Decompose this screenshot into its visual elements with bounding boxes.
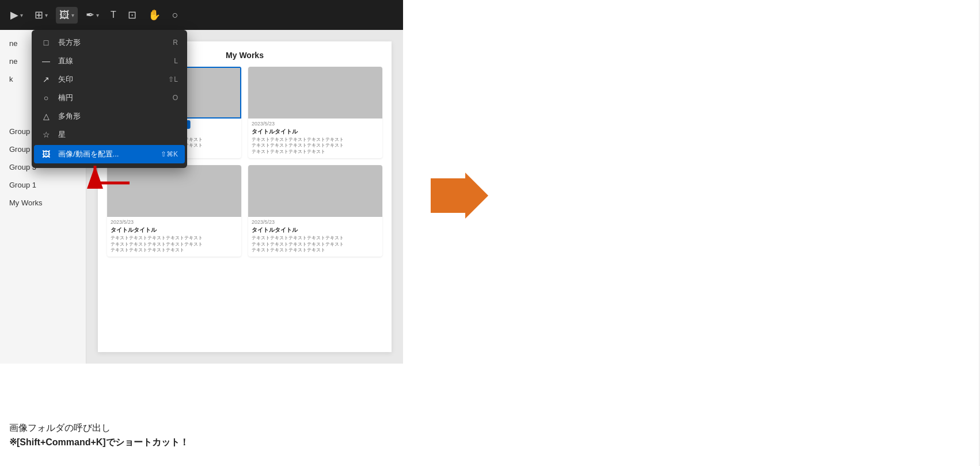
card-text-2: テキストテキストテキストテキストテキストテキストテキストテキストテキストテキスト… [252,137,379,155]
card-image-4[interactable] [248,165,382,217]
star-icon: ☆ [41,130,51,139]
menu-item-arrow[interactable]: ↗ 矢印 ⇧L [32,70,187,89]
menu-item-star[interactable]: ☆ 星 [32,125,187,144]
card-image-2[interactable] [248,67,382,119]
rect-icon: □ [41,38,51,47]
frame-tool-btn[interactable]: ⊞▾ [31,6,51,24]
menu-label-star: 星 [58,129,171,140]
image-tool-btn[interactable]: 🖼▾ [56,7,78,24]
menu-shortcut-ellipse: O [173,94,178,102]
red-arrow [83,154,141,191]
select-tool-btn[interactable]: ▶▾ [7,6,26,24]
card-content-3: 2023/5/23 タイトルタイトル テキストテキストテキストテキストテキストテ… [107,217,241,257]
menu-label-polygon: 多角形 [58,111,171,121]
sidebar-item-myworks[interactable]: My Works [0,194,86,212]
arrow-icon: ↗ [41,75,51,84]
left-side: ▶▾ ⊞▾ 🖼▾ ✒▾ T ⊡ ✋ ○ Des [0,0,489,466]
menu-shortcut-arrow: ⇧L [168,75,178,83]
card-content-4: 2023/5/23 タイトルタイトル テキストテキストテキストテキストテキストテ… [248,217,382,257]
menu-label-rect: 長方形 [58,37,166,48]
card-title-2: タイトルタイトル [252,128,379,136]
menu-shortcut-place-image: ⇧⌘K [161,150,178,158]
ellipse-icon: ○ [41,93,51,102]
card-title-3: タイトルタイトル [111,226,238,234]
polygon-icon: △ [41,112,51,121]
menu-shortcut-rect: R [173,39,178,47]
bottom-text-line1-left: 画像フォルダの呼び出し [9,422,394,434]
svg-marker-1 [431,173,488,219]
card-date-2: 2023/5/23 [252,121,379,127]
card-date-4: 2023/5/23 [252,219,379,225]
sidebar-item-group1[interactable]: Group 1 [0,176,86,194]
card-text-3: テキストテキストテキストテキストテキストテキストテキストテキストテキストテキスト… [111,235,238,253]
menu-label-ellipse: 楠円 [58,93,166,103]
bottom-text-line2-left: ※[Shift+Command+K]でショートカット！ [9,437,394,449]
menu-item-rect[interactable]: □ 長方形 R [32,33,187,52]
pen-tool-btn[interactable]: ✒▾ [82,6,102,24]
orange-arrow-container [431,173,488,221]
line-icon: — [41,56,51,66]
menu-item-line[interactable]: — 直線 L [32,52,187,70]
component-tool-btn[interactable]: ⊡ [124,6,140,24]
card-content-2: 2023/5/23 タイトルタイトル テキストテキストテキストテキストテキストテ… [248,119,382,158]
text-tool-btn[interactable]: T [107,7,120,22]
comment-tool-btn[interactable]: ○ [169,7,182,24]
card-left-2[interactable]: 2023/5/23 タイトルタイトル テキストテキストテキストテキストテキストテ… [248,67,382,158]
card-left-4[interactable]: 2023/5/23 タイトルタイトル テキストテキストテキストテキストテキストテ… [248,165,382,257]
toolbar: ▶▾ ⊞▾ 🖼▾ ✒▾ T ⊡ ✋ ○ [0,0,403,30]
main-container: ▶▾ ⊞▾ 🖼▾ ✒▾ T ⊡ ✋ ○ Des [0,0,980,466]
menu-label-line: 直線 [58,56,167,66]
hand-tool-btn[interactable]: ✋ [145,6,164,24]
menu-item-polygon[interactable]: △ 多角形 [32,107,187,125]
menu-shortcut-line: L [174,57,178,65]
card-title-4: タイトルタイトル [252,226,379,234]
menu-label-arrow: 矢印 [58,74,161,85]
dropdown-menu: □ 長方形 R — 直線 L ↗ 矢印 ⇧L ○ 楠円 O △ 多角形 [32,30,187,168]
menu-item-ellipse[interactable]: ○ 楠円 O [32,89,187,107]
card-text-4: テキストテキストテキストテキストテキストテキストテキストテキストテキストテキスト… [252,235,379,253]
bottom-text-left: 画像フォルダの呼び出し ※[Shift+Command+K]でショートカット！ [0,422,403,449]
card-date-3: 2023/5/23 [111,219,238,225]
place-image-icon: 🖼 [41,150,51,159]
